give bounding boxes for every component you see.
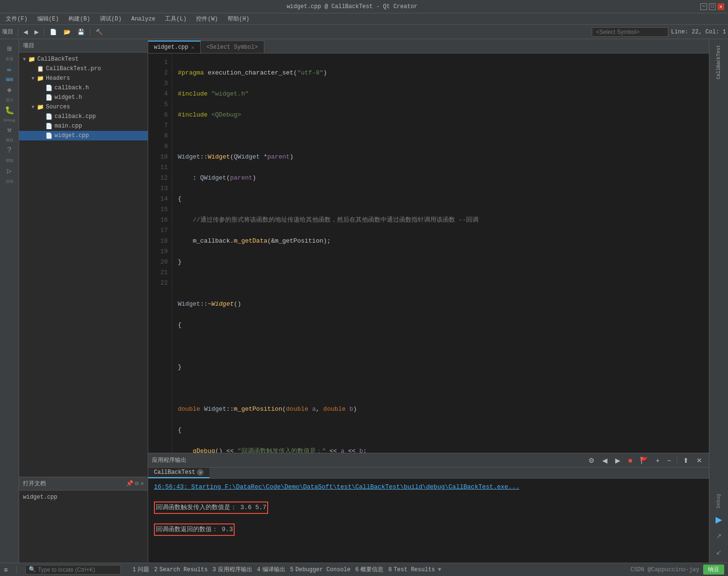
- bottom-close-btn[interactable]: ✕: [694, 456, 705, 465]
- tree-item-callbacktest[interactable]: ▼ 📁 CallBackTest: [19, 54, 148, 64]
- tab-num: 2: [154, 566, 157, 573]
- tree-label-sources: Sources: [46, 104, 70, 110]
- docs-pin-icon[interactable]: 📌: [126, 480, 133, 487]
- bottom-run-btn[interactable]: ⚙: [586, 456, 598, 465]
- toolbar-build[interactable]: 🔨: [93, 28, 106, 36]
- tab-close-widgetcpp[interactable]: ✕: [191, 44, 195, 51]
- statusbar-arrow-down[interactable]: ▼: [438, 566, 441, 573]
- tab-label: Search Results: [160, 566, 208, 573]
- search-input[interactable]: [38, 566, 114, 573]
- bottom-next-btn[interactable]: ▶: [612, 456, 623, 465]
- run-label: 运动: [6, 179, 13, 184]
- toolbar-forward[interactable]: ▶: [32, 28, 42, 36]
- menu-item-帮助(H)[interactable]: 帮助(H): [224, 14, 253, 24]
- folder-icon-headers: 📁: [36, 75, 44, 82]
- bottom-tab-close[interactable]: ✕: [197, 469, 204, 476]
- tree-item-widgetcpp[interactable]: 📄 widget.cpp: [19, 131, 148, 140]
- menu-item-Analyze[interactable]: Analyze: [127, 15, 159, 23]
- statusbar-tab-debugger[interactable]: 5 Debugger Console: [288, 566, 352, 573]
- bottom-sep: [677, 457, 677, 464]
- statusbar-search: 🔍: [25, 565, 121, 575]
- titlebar-title: widget.cpp @ CallBackTest - Qt Creator: [4, 3, 700, 10]
- tree-label-callbackcpp: callback.cpp: [54, 113, 96, 120]
- debug-step-button[interactable]: ↗: [712, 529, 726, 543]
- sidebar-item-run[interactable]: ▷ 运动: [3, 164, 16, 184]
- menu-item-编辑(E)[interactable]: 编辑(E): [33, 14, 63, 24]
- tree-label-maincpp: main.cpp: [54, 123, 82, 129]
- menu-item-控件(W)[interactable]: 控件(W): [192, 14, 222, 24]
- open-docs-header: 打开文档 📌 ⊟ ✕: [19, 477, 148, 491]
- natto-button[interactable]: 纳豆: [703, 565, 724, 575]
- tree-label-headers: Headers: [46, 75, 70, 82]
- tree-item-maincpp[interactable]: 📄 main.cpp: [19, 121, 148, 131]
- statusbar-tab-issues[interactable]: 1 问题: [130, 565, 151, 574]
- tree-label-callbackh: callback.h: [54, 85, 89, 91]
- symbol-input[interactable]: [592, 27, 668, 37]
- sidebar-item-welcome[interactable]: ⊞ 欢迎: [3, 42, 16, 62]
- bottom-minus-btn[interactable]: −: [664, 456, 674, 465]
- statusbar-tab-compile[interactable]: 4 编译输出: [255, 565, 287, 574]
- bottom-expand-btn[interactable]: ⬆: [680, 456, 692, 465]
- toolbar-open[interactable]: 📂: [61, 28, 74, 36]
- tree-item-callbackcpp[interactable]: 📄 callback.cpp: [19, 112, 148, 121]
- debug-step2-button[interactable]: ↙: [712, 545, 726, 559]
- bottom-add-btn[interactable]: +: [653, 456, 663, 465]
- output-line-1[interactable]: 16:56:43: Starting F:\DataRec\Code\Demo\…: [154, 482, 703, 492]
- tree-item-widgeth[interactable]: 📄 widget.h: [19, 93, 148, 102]
- menubar: 文件(F)编辑(E)构建(B)调试(D)Analyze工具(L)控件(W)帮助(…: [0, 13, 728, 25]
- debug-play-button[interactable]: ▶: [712, 513, 726, 526]
- menu-item-构建(B)[interactable]: 构建(B): [65, 14, 94, 24]
- statusbar-tab-search-results[interactable]: 2 Search Results: [152, 566, 209, 573]
- maximize-button[interactable]: □: [709, 3, 716, 10]
- debug-callbacktest-label: CallBackTest: [716, 43, 721, 81]
- bottom-tab-callbacktest[interactable]: CallBackTest ✕: [148, 468, 209, 478]
- minimize-button[interactable]: ─: [700, 3, 707, 10]
- tree-item-pro[interactable]: 📋 CallBackTest.pro: [19, 64, 148, 74]
- statusbar-tab-test[interactable]: 8 Test Results: [386, 566, 437, 573]
- tree-item-callbackh[interactable]: 📄 callback.h: [19, 83, 148, 93]
- bottom-prev-btn[interactable]: ◀: [599, 456, 610, 465]
- bottom-toolbar-right: ⚙ ◀ ▶ ■ 🚩 + − ⬆ ✕: [586, 456, 705, 465]
- sidebar-item-edit[interactable]: ✏ 编辑: [3, 63, 16, 82]
- tab-label-widgetcpp: widget.cpp: [154, 44, 188, 51]
- statusbar-tab-summary[interactable]: 6 概要信息: [353, 565, 385, 574]
- titlebar-controls: ─ □ ✕: [700, 3, 724, 10]
- close-button[interactable]: ✕: [717, 3, 724, 10]
- tab-widgetcpp[interactable]: widget.cpp ✕: [148, 41, 201, 53]
- statusbar-tabs: 1 问题 2 Search Results 3 应用程序输出 4 编译输出 5 …: [130, 565, 441, 574]
- sidebar-item-design[interactable]: ◈ 设计: [3, 83, 16, 103]
- toolbar-new[interactable]: 📄: [47, 28, 60, 36]
- docs-split-icon[interactable]: ⊟: [135, 480, 139, 487]
- docs-close-icon[interactable]: ✕: [141, 480, 144, 487]
- sidebar-item-project[interactable]: ⚒ 项目: [3, 123, 16, 143]
- left-sidebar: ⊞ 欢迎 ✏ 编辑 ◈ 设计 🐛 Debug ⚒ 项目 ? 帮助 ▷ 运动: [0, 39, 19, 563]
- bottom-panel: 应用程序输出 ⚙ ◀ ▶ ■ 🚩 + − ⬆ ✕: [148, 453, 709, 563]
- toolbar-separator-2: [44, 27, 44, 37]
- design-label: 设计: [6, 97, 13, 103]
- file-icon-widgetcpp: 📄: [45, 132, 53, 139]
- tree-item-headers[interactable]: ▼ 📁 Headers: [19, 74, 148, 83]
- statusbar-tab-app-output[interactable]: 3 应用程序输出: [210, 565, 254, 574]
- bottom-stop-btn[interactable]: ■: [625, 456, 635, 465]
- debug-sidebar: CallBackTest Debug ▶ ↗ ↙: [709, 39, 728, 563]
- debug-label: Debug: [3, 118, 15, 122]
- open-doc-widgetcpp[interactable]: widget.cpp: [19, 492, 148, 502]
- statusbar-menu-btn[interactable]: ≡: [4, 566, 8, 574]
- sidebar-item-help[interactable]: ? 帮助: [3, 144, 16, 163]
- tab-symbol[interactable]: <Select Symbol>: [201, 41, 264, 53]
- code-editor[interactable]: 12345 678910 1112131415 1617181920 2122 …: [148, 53, 709, 453]
- tab-label-symbol: <Select Symbol>: [206, 44, 258, 51]
- menu-item-文件(F)[interactable]: 文件(F): [2, 14, 32, 24]
- tree-item-sources[interactable]: ▼ 📁 Sources: [19, 102, 148, 112]
- code-content[interactable]: #pragma execution_character_set("utf-8")…: [172, 53, 709, 453]
- bottom-flag-btn[interactable]: 🚩: [637, 456, 651, 465]
- bottom-toolbar-left: 应用程序输出: [152, 456, 186, 464]
- toolbar-back[interactable]: ◀: [21, 28, 31, 36]
- project-panel-header: 项目: [19, 39, 148, 53]
- project-panel: 项目 ▼ 📁 CallBackTest 📋 CallBackTest.pro ▼…: [19, 39, 148, 477]
- menu-item-工具(L)[interactable]: 工具(L): [161, 14, 191, 24]
- tree-label: CallBackTest: [37, 56, 78, 63]
- toolbar-save[interactable]: 💾: [75, 28, 87, 36]
- menu-item-调试(D)[interactable]: 调试(D): [96, 14, 126, 24]
- sidebar-item-debug[interactable]: 🐛 Debug: [3, 104, 16, 122]
